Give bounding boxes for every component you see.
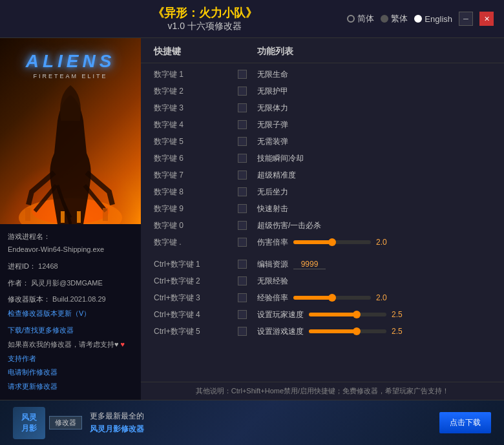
cheat-row-12: Ctrl+数字键 2 无限经验 (141, 273, 504, 289)
col-header-key: 快捷键 (154, 46, 238, 57)
cheat-key-8: 数字键 9 (154, 203, 238, 214)
cheat-row-6: 数字键 7 超级精准度 (141, 167, 504, 183)
svg-rect-3 (103, 208, 108, 221)
cheat-key-10: 数字键 . (154, 237, 238, 248)
cheat-list: 数字键 1 无限生命 数字键 2 无限护甲 数字键 3 无限体力 数字键 4 无… (141, 63, 504, 382)
svg-rect-2 (25, 208, 30, 221)
svg-rect-5 (77, 211, 81, 223)
cheat-label-8: 快速射击 (257, 203, 491, 214)
pid-row: 进程ID： 12468 (8, 260, 133, 273)
app-title: 《异形：火力小队》 (152, 5, 257, 21)
lang-english[interactable]: English (414, 14, 452, 24)
cheat-row-11: Ctrl+数字键 1 编辑资源 (141, 256, 504, 273)
left-panel: ALIENS FIRETEAM ELITE (0, 38, 141, 400)
bottom-banner: 风灵 月影 修改器 更多最新最全的 风灵月影修改器 点击下载 (0, 400, 504, 445)
cheat-checkbox-15[interactable] (238, 327, 257, 336)
contact-link[interactable]: 电请制作修改器 (8, 368, 58, 376)
cheat-label-5: 技能瞬间冷却 (257, 153, 491, 164)
cheat-label-11: 编辑资源 (257, 259, 491, 270)
main-content: ALIENS FIRETEAM ELITE (0, 38, 504, 400)
cheat-checkbox-8[interactable] (238, 204, 257, 213)
cheat-checkbox-9[interactable] (238, 221, 257, 230)
cheat-checkbox-10[interactable] (238, 238, 257, 247)
resource-input[interactable] (293, 260, 326, 269)
game-logo: ALIENS FIRETEAM ELITE (26, 51, 116, 79)
process-name-row: 游戏进程名： Endeavor-Win64-Shipping.exe (8, 231, 133, 256)
cheat-checkbox-12[interactable] (238, 276, 257, 285)
cheat-key-3: 数字键 4 (154, 119, 238, 130)
cheat-label-14: 设置玩家速度 2.5 (257, 309, 491, 320)
cheat-table-header: 快捷键 功能列表 (141, 38, 504, 63)
cheat-row-3: 数字键 4 无限子弹 (141, 116, 504, 133)
cheat-checkbox-2[interactable] (238, 103, 257, 112)
version-row: 修改器版本： Build.2021.08.29 (8, 293, 133, 306)
title-center: 《异形：火力小队》 v1.0 十六项修改器 (62, 5, 347, 32)
cheat-label-3: 无限子弹 (257, 119, 491, 130)
cheat-row-13: Ctrl+数字键 3 经验倍率 2.0 (141, 289, 504, 306)
cheat-checkbox-13[interactable] (238, 293, 257, 302)
banner-text: 更多最新最全的 风灵月影修改器 (90, 410, 432, 435)
player-speed-value: 2.5 (392, 310, 408, 319)
right-panel: 快捷键 功能列表 数字键 1 无限生命 数字键 2 无限护甲 数字键 3 无限 (141, 38, 504, 400)
cheat-checkbox-11[interactable] (238, 260, 257, 269)
lang-traditional[interactable]: 繁体 (381, 13, 408, 25)
download-row: 下载/查找更多修改器 (8, 324, 133, 337)
game-cover: ALIENS FIRETEAM ELITE (0, 38, 141, 224)
cheat-key-15: Ctrl+数字键 5 (154, 326, 238, 337)
author-row: 作者： 风灵月影@3DMGAME (8, 277, 133, 290)
cheat-checkbox-4[interactable] (238, 137, 257, 146)
lang-simplified[interactable]: 简体 (347, 13, 374, 25)
cheat-label-13: 经验倍率 2.0 (257, 293, 491, 304)
radio-simplified (347, 15, 355, 23)
banner-logo: 风灵 月影 (13, 407, 45, 439)
request-link-row: 请求更新修改器 (8, 380, 133, 393)
cheat-label-15: 设置游戏速度 2.5 (257, 326, 491, 337)
support-text-row: 如果喜欢我的修改器，请考虑支持♥ ♥ (8, 338, 133, 351)
svg-rect-4 (61, 211, 65, 223)
cheat-row-5: 数字键 6 技能瞬间冷却 (141, 150, 504, 167)
request-link[interactable]: 请求更新修改器 (8, 382, 58, 390)
cheat-checkbox-3[interactable] (238, 120, 257, 129)
cheat-checkbox-1[interactable] (238, 87, 257, 96)
check-update-link[interactable]: 检查修改器版本更新（V） (8, 309, 90, 317)
cheat-label-6: 超级精准度 (257, 170, 491, 181)
damage-multiplier-slider[interactable] (293, 240, 371, 244)
radio-english (414, 15, 422, 23)
check-update-row: 检查修改器版本更新（V） (8, 307, 133, 320)
cheat-key-0: 数字键 1 (154, 69, 238, 80)
cheat-row-14: Ctrl+数字键 4 设置玩家速度 2.5 (141, 306, 504, 323)
cheat-key-4: 数字键 5 (154, 136, 238, 147)
cheat-checkbox-0[interactable] (238, 70, 257, 79)
support-link[interactable]: 支持作者 (8, 355, 36, 362)
cheat-key-6: 数字键 7 (154, 170, 238, 181)
banner-download-button[interactable]: 点击下载 (439, 412, 491, 433)
cheat-checkbox-14[interactable] (238, 310, 257, 319)
banner-brand: 风灵 月影 修改器 (13, 407, 82, 439)
language-options: 简体 繁体 English ─ ✕ (347, 12, 494, 26)
banner-modifier-label: 修改器 (49, 416, 82, 429)
exp-multiplier-value: 2.0 (376, 293, 392, 302)
cheat-key-2: 数字键 3 (154, 103, 238, 114)
cheat-checkbox-6[interactable] (238, 171, 257, 180)
game-speed-value: 2.5 (392, 327, 408, 336)
cheat-checkbox-7[interactable] (238, 187, 257, 196)
game-speed-slider[interactable] (309, 329, 386, 333)
cheat-row-15: Ctrl+数字键 5 设置游戏速度 2.5 (141, 323, 504, 340)
support-link-row: 支持作者 (8, 353, 133, 366)
cheat-row-9: 数字键 0 超级伤害/一击必杀 (141, 217, 504, 234)
title-bar: 《异形：火力小队》 v1.0 十六项修改器 简体 繁体 English ─ ✕ (0, 0, 504, 38)
cheat-row-0: 数字键 1 无限生命 (141, 66, 504, 83)
cheat-key-9: 数字键 0 (154, 220, 238, 231)
cheat-checkbox-5[interactable] (238, 154, 257, 163)
close-button[interactable]: ✕ (479, 12, 494, 26)
cheat-label-1: 无限护甲 (257, 86, 491, 97)
exp-multiplier-slider[interactable] (293, 296, 371, 300)
cheat-row-4: 数字键 5 无需装弹 (141, 133, 504, 150)
app-subtitle: v1.0 十六项修改器 (168, 21, 242, 32)
cheat-row-2: 数字键 3 无限体力 (141, 99, 504, 116)
cheat-row-1: 数字键 2 无限护甲 (141, 83, 504, 99)
player-speed-slider[interactable] (309, 313, 386, 316)
cheat-label-9: 超级伤害/一击必杀 (257, 220, 491, 231)
download-link[interactable]: 下载/查找更多修改器 (8, 326, 74, 334)
minimize-button[interactable]: ─ (459, 12, 473, 26)
